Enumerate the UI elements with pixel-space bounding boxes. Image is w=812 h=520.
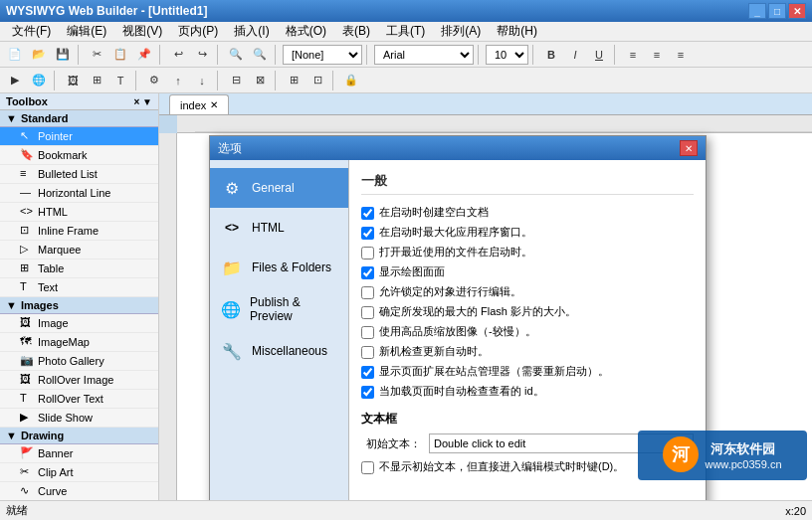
align-left-btn[interactable]: ≡: [622, 45, 644, 65]
imagemap-icon: 🗺: [20, 335, 34, 349]
undo-btn[interactable]: ↩: [167, 45, 189, 65]
tab-close-icon[interactable]: ✕: [210, 99, 218, 110]
toolbox-item-horizontal-line[interactable]: — Horizontal Line: [0, 184, 158, 203]
toolbox-item-pointer[interactable]: ↖ Pointer: [0, 127, 158, 146]
checkbox-4[interactable]: [361, 286, 374, 299]
nav-publish-preview[interactable]: 🌐 Publish & Preview: [210, 287, 348, 331]
preview-btn[interactable]: ▶: [4, 71, 26, 90]
italic-btn[interactable]: I: [564, 45, 586, 65]
bold-btn[interactable]: B: [540, 45, 562, 65]
distribute-btn[interactable]: ⊠: [249, 71, 271, 90]
toolbox-item-bookmark[interactable]: 🔖 Bookmark: [0, 146, 158, 165]
toolbox-item-slide-show[interactable]: ▶ Slide Show: [0, 409, 158, 428]
folder-icon: 📁: [220, 256, 244, 279]
checkbox-row-1: 在启动时最大化应用程序窗口。: [361, 225, 694, 240]
toolbox-item-rollover-image[interactable]: 🖼 RollOver Image: [0, 371, 158, 390]
save-btn[interactable]: 💾: [52, 45, 74, 65]
rollover-txt-icon: T: [20, 392, 34, 406]
menu-help[interactable]: 帮助(H): [489, 21, 545, 42]
toolbox-item-image[interactable]: 🖼 Image: [0, 314, 158, 333]
checkbox-row-7: 新机检查更新自动时。: [361, 344, 694, 359]
menu-format[interactable]: 格式(O): [278, 21, 334, 42]
menu-arrange[interactable]: 排列(A): [433, 21, 489, 42]
menu-edit[interactable]: 编辑(E): [59, 21, 114, 42]
toolbox-item-html[interactable]: <> HTML: [0, 203, 158, 222]
options-dialog: 选项 ✕ ⚙ General <> HTML: [209, 135, 707, 500]
toolbox-item-photo-gallery[interactable]: 📷 Photo Gallery: [0, 352, 158, 371]
toolbox-item-bulleted-list[interactable]: ≡ Bulleted List: [0, 165, 158, 184]
ruler-vertical: [159, 133, 177, 500]
nav-general[interactable]: ⚙ General: [210, 168, 348, 208]
rollover-img-icon: 🖼: [20, 373, 34, 387]
order-back-btn[interactable]: ↓: [191, 71, 213, 90]
size-dropdown[interactable]: 10: [486, 45, 528, 65]
toolbox-item-inline-frame[interactable]: ⊡ Inline Frame: [0, 222, 158, 241]
menu-page[interactable]: 页内(P): [170, 21, 226, 42]
zoom-out-btn[interactable]: 🔍: [249, 45, 271, 65]
close-btn[interactable]: ✕: [788, 3, 806, 19]
checkbox-label-7: 新机检查更新自动时。: [379, 344, 489, 359]
toolbox-section-drawing[interactable]: ▼ Drawing: [0, 428, 158, 444]
align-obj-btn[interactable]: ⊟: [225, 71, 247, 90]
menu-file[interactable]: 文件(F): [4, 21, 59, 42]
insert-text-btn[interactable]: T: [109, 71, 131, 90]
style-dropdown[interactable]: [None]: [283, 45, 362, 65]
checkbox-extra[interactable]: [361, 461, 374, 474]
menu-tools[interactable]: 工具(T): [378, 21, 433, 42]
nav-files-folders[interactable]: 📁 Files & Folders: [210, 248, 348, 287]
text-field-input[interactable]: [429, 433, 694, 453]
checkbox-8[interactable]: [361, 366, 374, 379]
minimize-btn[interactable]: _: [748, 3, 766, 19]
zoom-in-btn[interactable]: 🔍: [225, 45, 247, 65]
toolbox-item-banner[interactable]: 🚩 Banner: [0, 444, 158, 463]
nav-html[interactable]: <> HTML: [210, 208, 348, 248]
toolbox-item-clip-art[interactable]: ✂ Clip Art: [0, 463, 158, 482]
lock-btn[interactable]: 🔒: [340, 71, 362, 90]
toolbox-item-imagemap[interactable]: 🗺 ImageMap: [0, 333, 158, 352]
ungroup-btn[interactable]: ⊡: [306, 71, 328, 90]
order-front-btn[interactable]: ↑: [167, 71, 189, 90]
checkbox-7[interactable]: [361, 346, 374, 359]
nav-miscellaneous[interactable]: 🔧 Miscellaneous: [210, 331, 348, 371]
toolbox-section-images[interactable]: ▼ Images: [0, 297, 158, 314]
insert-table-btn[interactable]: ⊞: [86, 71, 107, 90]
toolbox-item-table[interactable]: ⊞ Table: [0, 260, 158, 278]
checkbox-5[interactable]: [361, 306, 374, 319]
bookmark-icon: 🔖: [20, 148, 34, 162]
cut-btn[interactable]: ✂: [86, 45, 107, 65]
paste-btn[interactable]: 📌: [133, 45, 155, 65]
menu-view[interactable]: 视图(V): [114, 21, 170, 42]
checkbox-0[interactable]: [361, 207, 374, 220]
toolbox-item-marquee[interactable]: ▷ Marquee: [0, 241, 158, 260]
new-btn[interactable]: 📄: [4, 45, 26, 65]
checkbox-9[interactable]: [361, 386, 374, 399]
toolbox-item-text[interactable]: T Text: [0, 278, 158, 297]
checkbox-2[interactable]: [361, 247, 374, 260]
toolbox-item-curve[interactable]: ∿ Curve: [0, 482, 158, 500]
window-controls[interactable]: _ □ ✕: [748, 3, 806, 19]
publish-btn[interactable]: 🌐: [28, 71, 50, 90]
menu-insert[interactable]: 插入(I): [226, 21, 277, 42]
font-dropdown[interactable]: Arial: [374, 45, 474, 65]
image-icon: 🖼: [20, 316, 34, 330]
underline-btn[interactable]: U: [588, 45, 610, 65]
copy-btn[interactable]: 📋: [109, 45, 131, 65]
align-center-btn[interactable]: ≡: [646, 45, 668, 65]
insert-image-btn[interactable]: 🖼: [62, 71, 84, 90]
checkbox-6[interactable]: [361, 326, 374, 339]
maximize-btn[interactable]: □: [768, 3, 786, 19]
group-btn[interactable]: ⊞: [283, 71, 304, 90]
dialog-close-btn[interactable]: ✕: [680, 140, 698, 156]
checkbox-3[interactable]: [361, 266, 374, 279]
redo-btn[interactable]: ↪: [191, 45, 213, 65]
tab-index[interactable]: index ✕: [169, 94, 229, 114]
checkbox-1[interactable]: [361, 227, 374, 240]
align-right-btn[interactable]: ≡: [670, 45, 692, 65]
menu-table[interactable]: 表(B): [334, 21, 378, 42]
toolbox: Toolbox × ▼ ▼ Standard ↖ Pointer 🔖 Bookm…: [0, 93, 159, 500]
open-btn[interactable]: 📂: [28, 45, 50, 65]
properties-btn[interactable]: ⚙: [143, 71, 165, 90]
toolbox-section-standard[interactable]: ▼ Standard: [0, 110, 158, 127]
canvas-area[interactable]: 选项 ✕ ⚙ General <> HTML: [159, 115, 812, 500]
toolbox-item-rollover-text[interactable]: T RollOver Text: [0, 390, 158, 409]
